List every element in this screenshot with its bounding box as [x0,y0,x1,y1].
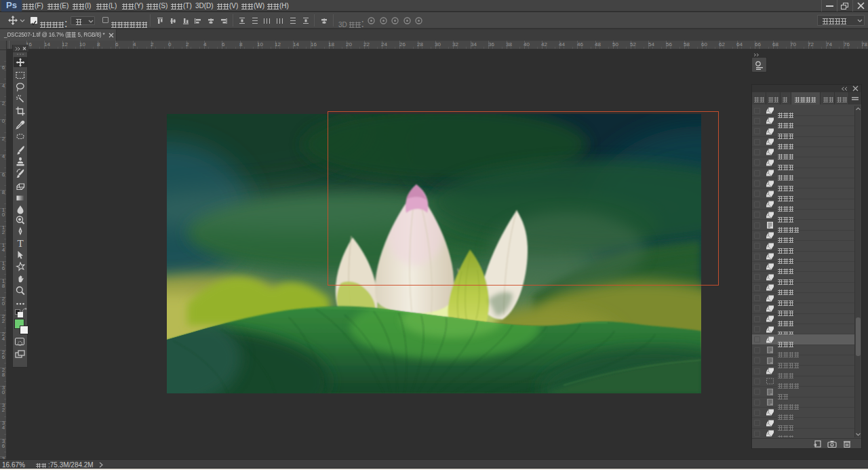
svg-text:T: T [17,238,23,248]
